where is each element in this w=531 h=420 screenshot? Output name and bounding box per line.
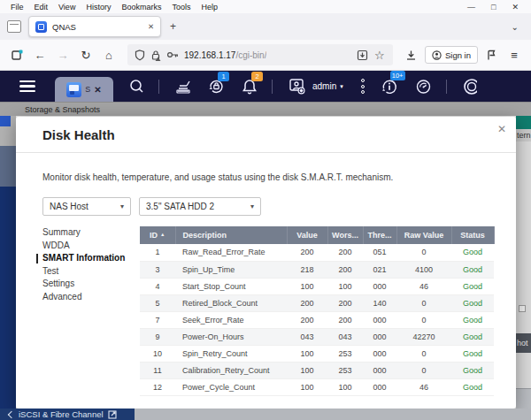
cell-value: 100 xyxy=(287,378,327,395)
iscsi-panel-button[interactable]: iSCSI & Fibre Channel xyxy=(0,409,135,420)
close-window-button[interactable]: ✕ xyxy=(512,3,519,11)
cell-threshold: 000 xyxy=(363,362,396,378)
resource-monitor-icon[interactable] xyxy=(458,77,477,96)
workspace: tern hot Disk Health ✕ Monitor disk heal… xyxy=(0,116,531,420)
sidebar-item-wdda[interactable]: WDDA xyxy=(42,240,140,253)
browser-tabbar: QNAS ✕ + ⌄ xyxy=(0,13,531,40)
column-header-thre[interactable]: Thre... xyxy=(363,226,396,244)
background-tasks-icon[interactable] xyxy=(174,79,192,95)
url-path: /cgi-bin/ xyxy=(235,50,266,60)
chevron-down-icon: ▾ xyxy=(238,202,254,210)
sidebar-item-summary[interactable]: Summary xyxy=(42,226,140,240)
sidebar-item-smart-information[interactable]: SMART Information xyxy=(42,252,140,265)
account-icon xyxy=(432,50,442,60)
key-icon[interactable] xyxy=(166,50,179,59)
dialog-divider xyxy=(16,152,516,153)
app-tab-storage[interactable]: S ✕ xyxy=(55,77,113,102)
new-tab-button[interactable]: + xyxy=(161,20,185,33)
browser-tab-qnas[interactable]: QNAS ✕ xyxy=(28,16,161,37)
chevron-down-icon: ▾ xyxy=(108,202,124,210)
alerts-icon[interactable]: 10+ xyxy=(380,77,399,95)
table-row: 12Power_Cycle_Count10010000046Good xyxy=(140,378,494,395)
forward-icon[interactable]: → xyxy=(53,45,73,65)
reload-icon[interactable]: ↻ xyxy=(76,45,96,65)
host-select[interactable]: NAS Host ▾ xyxy=(42,197,131,216)
cell-value: 200 xyxy=(287,244,327,261)
main-menu-icon[interactable] xyxy=(19,80,35,93)
tab-sidebar-icon[interactable] xyxy=(7,20,21,33)
cell-status: Good xyxy=(451,294,494,311)
more-options-icon[interactable] xyxy=(361,79,365,94)
sidebar-item-advanced[interactable]: Advanced xyxy=(42,291,140,304)
column-header-status[interactable]: Status xyxy=(451,226,494,244)
app-tab-close-icon[interactable]: ✕ xyxy=(94,85,101,95)
cell-id: 5 xyxy=(140,294,175,311)
lock-warning-icon[interactable] xyxy=(150,50,161,61)
list-tabs-chevron-icon[interactable]: ⌄ xyxy=(512,22,526,32)
cell-threshold: 000 xyxy=(363,345,396,362)
column-header-description[interactable]: Description xyxy=(175,226,287,244)
notifications-bell-icon[interactable]: 2 xyxy=(241,78,258,95)
menu-hamburger-icon[interactable]: ≡ xyxy=(504,45,524,65)
cell-worst: 200 xyxy=(327,261,363,278)
menu-item-help[interactable]: Help xyxy=(196,3,223,11)
column-header-value[interactable]: Value xyxy=(287,226,327,244)
menu-item-bookmarks[interactable]: Bookmarks xyxy=(116,3,166,11)
menu-item-tools[interactable]: Tools xyxy=(166,3,196,11)
bookmark-star-icon[interactable]: ☆ xyxy=(373,45,386,65)
back-icon[interactable]: ← xyxy=(30,45,50,65)
cell-value: 100 xyxy=(287,345,327,362)
cell-id: 1 xyxy=(140,244,175,261)
home-icon[interactable]: ⌂ xyxy=(99,45,119,65)
cell-status: Good xyxy=(451,278,494,294)
window-controls: — □ ✕ xyxy=(467,3,526,11)
cell-status: Good xyxy=(451,345,494,362)
extensions-icon[interactable] xyxy=(481,45,501,65)
container-tab-icon[interactable] xyxy=(7,45,27,65)
background-window-right-edge: tern hot xyxy=(516,116,531,409)
app-taskbar[interactable]: Storage & Snapshots xyxy=(0,102,531,116)
menu-item-edit[interactable]: Edit xyxy=(29,3,54,11)
minimize-button[interactable]: — xyxy=(467,3,475,11)
sidebar-item-settings[interactable]: Settings xyxy=(42,278,140,291)
cell-raw_value: 42270 xyxy=(396,328,451,345)
dialog-close-icon[interactable]: ✕ xyxy=(497,123,506,135)
downloads-icon[interactable] xyxy=(402,45,421,65)
search-icon[interactable] xyxy=(128,78,145,95)
sign-in-button[interactable]: Sign in xyxy=(425,46,478,64)
cell-id: 9 xyxy=(140,328,175,345)
url-text[interactable]: 192.168.1.17/cgi-bin/ xyxy=(184,50,266,60)
menu-item-file[interactable]: File xyxy=(5,3,29,11)
host-select-value: NAS Host xyxy=(50,202,88,211)
firmware-update-icon[interactable]: 1 xyxy=(207,78,226,95)
tab-close-icon[interactable]: ✕ xyxy=(148,22,154,31)
app-tab-label: S xyxy=(85,85,90,94)
disk-select[interactable]: 3.5" SATA HDD 2 ▾ xyxy=(139,197,261,216)
address-bar[interactable]: 192.168.1.17/cgi-bin/ ☆ xyxy=(127,44,393,65)
table-body: 1Raw_Read_Error_Rate2002000510Good3Spin_… xyxy=(140,244,494,395)
cell-description: Raw_Read_Error_Rate xyxy=(175,244,287,261)
user-settings-icon[interactable] xyxy=(288,77,307,95)
shield-icon[interactable] xyxy=(135,50,145,61)
browser-window: FileEditViewHistoryBookmarksToolsHelp — … xyxy=(0,0,531,420)
menu-item-history[interactable]: History xyxy=(81,3,116,11)
save-page-icon[interactable] xyxy=(357,50,368,61)
column-header-rawvalue[interactable]: Raw Value xyxy=(396,226,451,244)
disk-health-dialog: Disk Health ✕ Monitor disk health, tempe… xyxy=(16,117,516,409)
admin-label: admin xyxy=(312,81,336,91)
cell-description: Seek_Error_Rate xyxy=(175,311,287,328)
cell-threshold: 051 xyxy=(363,244,396,261)
external-link-icon xyxy=(108,410,117,419)
admin-caret-icon: ▾ xyxy=(340,83,343,90)
maximize-button[interactable]: □ xyxy=(491,3,496,11)
table-row: 7Seek_Error_Rate2002000000Good xyxy=(140,311,494,328)
column-header-id[interactable]: ID▲ xyxy=(140,226,175,244)
table-row: 9Power-On_Hours04304300042270Good xyxy=(140,328,494,345)
menu-item-view[interactable]: View xyxy=(53,3,81,11)
tasks-badge: 1 xyxy=(218,72,229,81)
dashboard-gauge-icon[interactable] xyxy=(414,78,433,95)
smart-table: ID▲DescriptionValueWors...Thre...Raw Val… xyxy=(140,226,495,396)
column-header-wors[interactable]: Wors... xyxy=(327,226,363,244)
sidebar-item-test[interactable]: Test xyxy=(42,265,140,279)
admin-menu[interactable]: admin ▾ xyxy=(312,81,343,91)
